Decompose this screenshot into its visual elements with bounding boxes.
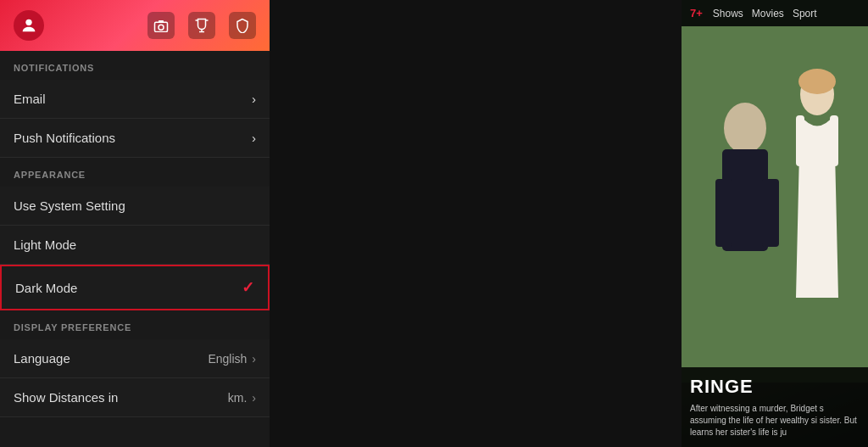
push-notifications-menu-item[interactable]: Push Notifications ›: [0, 119, 270, 158]
movie-description: After witnessing a murder, Bridget s ass…: [690, 403, 860, 439]
email-label: Email: [14, 92, 46, 106]
sidebar-header: [0, 0, 270, 51]
display-preference-section-label: DISPLAY PREFERENCE: [0, 310, 270, 339]
push-notifications-label: Push Notifications: [14, 131, 115, 145]
use-system-setting-label: Use System Setting: [14, 198, 125, 213]
appearance-section-label: APPEARANCE: [0, 158, 270, 187]
email-menu-item[interactable]: Email ›: [0, 80, 270, 119]
svg-rect-12: [830, 115, 838, 166]
show-distances-value: km.: [228, 391, 248, 405]
movie-nav-links: Shows Movies Sport: [713, 8, 817, 20]
nav-movies[interactable]: Movies: [752, 8, 784, 20]
movie-scene-illustration: [682, 26, 868, 383]
push-notifications-chevron-icon: ›: [252, 131, 256, 145]
language-label: Language: [14, 351, 70, 366]
svg-rect-9: [762, 179, 779, 247]
svg-rect-3: [159, 20, 164, 22]
movie-card: 7+ Shows Movies Sport: [682, 0, 868, 447]
email-chevron-icon: ›: [252, 92, 256, 106]
language-value-group: English ›: [208, 352, 256, 366]
trophy-icon[interactable]: [188, 12, 215, 39]
main-content: 7+ Shows Movies Sport: [270, 0, 868, 447]
nav-shows[interactable]: Shows: [713, 8, 743, 20]
show-distances-chevron-icon: ›: [252, 391, 256, 405]
dark-mode-label: Dark Mode: [15, 281, 77, 295]
language-value: English: [208, 352, 247, 366]
app-logo: [14, 10, 44, 41]
movie-title: RINGE: [690, 376, 860, 398]
movie-nav: 7+ Shows Movies Sport: [682, 0, 868, 26]
svg-point-13: [798, 69, 836, 94]
sidebar: NOTIFICATIONS Email › Push Notifications…: [0, 0, 270, 447]
svg-point-6: [724, 103, 766, 154]
svg-point-0: [25, 20, 31, 25]
movie-poster: RINGE After witnessing a murder, Bridget…: [682, 26, 868, 447]
show-distances-value-group: km. ›: [228, 391, 256, 405]
dark-mode-menu-item[interactable]: Dark Mode ✓: [0, 265, 270, 310]
notifications-section-label: NOTIFICATIONS: [0, 51, 270, 80]
dark-mode-checkmark-icon: ✓: [242, 278, 254, 297]
nav-sport[interactable]: Sport: [793, 8, 817, 20]
use-system-setting-menu-item[interactable]: Use System Setting: [0, 187, 270, 226]
svg-rect-8: [715, 179, 732, 247]
camera-icon[interactable]: [147, 12, 175, 39]
language-chevron-icon: ›: [252, 352, 256, 366]
light-mode-menu-item[interactable]: Light Mode: [0, 226, 270, 265]
shield-icon[interactable]: [229, 12, 256, 39]
svg-point-2: [159, 25, 164, 30]
header-icons: [147, 12, 256, 39]
svg-rect-11: [796, 115, 804, 166]
show-distances-menu-item[interactable]: Show Distances in km. ›: [0, 378, 270, 417]
show-distances-label: Show Distances in: [14, 390, 118, 405]
streaming-logo: 7+: [690, 7, 703, 20]
light-mode-label: Light Mode: [14, 237, 76, 252]
movie-info: RINGE After witnessing a murder, Bridget…: [682, 367, 868, 447]
language-menu-item[interactable]: Language English ›: [0, 339, 270, 378]
